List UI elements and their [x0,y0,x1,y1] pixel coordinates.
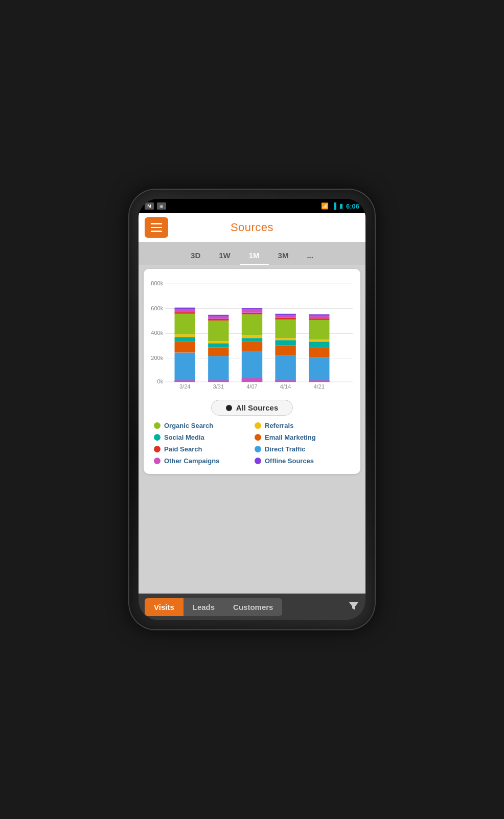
page-title: Sources [168,221,336,234]
time-tab-3m[interactable]: 3M [269,247,298,265]
legend-color-dot [255,446,261,452]
bottom-tab-bar: VisitsLeadsCustomers [139,594,365,620]
menu-line-2 [151,227,162,229]
phone-screen: M ▣ 📶 ▐ ▮ 6:06 Sources [139,199,365,620]
status-left-icons: M ▣ [145,202,166,210]
filter-button[interactable] [348,600,359,614]
svg-rect-58 [309,380,329,382]
legend-label: Other Campaigns [164,457,219,465]
svg-rect-35 [242,313,262,314]
image-icon: ▣ [157,202,166,210]
svg-rect-33 [242,335,262,338]
legend-item: Paid Search [154,445,249,453]
legend-color-dot [255,422,261,429]
legend-label: Email Marketing [265,434,316,441]
legend-item: Organic Search [154,422,249,429]
time-tab-1w[interactable]: 1W [210,247,240,265]
status-right-icons: 📶 ▐ ▮ 6:06 [321,202,359,210]
svg-rect-44 [275,320,295,338]
svg-text:3/24: 3/24 [179,383,191,390]
metric-tab-leads[interactable]: Leads [184,598,224,616]
time-tab-...[interactable]: ... [297,247,323,265]
svg-rect-51 [309,348,329,357]
legend-color-dot [154,458,161,464]
svg-rect-23 [208,341,228,343]
svg-text:600k: 600k [151,305,164,311]
legend-color-dot [154,422,161,429]
legend-label: Social Media [164,434,204,441]
svg-rect-13 [175,334,195,337]
svg-text:3/31: 3/31 [213,383,224,390]
svg-rect-18 [175,380,195,382]
legend-color-dot [154,434,161,441]
svg-rect-42 [275,340,295,345]
svg-text:400k: 400k [151,330,164,336]
wifi-icon: 📶 [321,202,329,210]
menu-line-3 [151,231,162,232]
metric-tab-customers[interactable]: Customers [224,598,282,616]
svg-rect-45 [275,318,295,320]
metric-tab-visits[interactable]: Visits [145,598,184,616]
svg-text:200k: 200k [151,355,164,361]
legend-item: Social Media [154,434,249,441]
svg-rect-36 [242,310,262,313]
svg-rect-52 [309,342,329,348]
svg-text:4/07: 4/07 [246,383,258,390]
legend-item: Direct Traffic [255,445,350,453]
status-time: 6:06 [346,202,359,210]
app-area: Sources 3D1W1M3M... 800k 600k 400k 200k … [139,213,365,594]
metric-tabs: VisitsLeadsCustomers [145,598,282,616]
legend-label: Offline Sources [265,457,314,465]
svg-rect-30 [242,351,262,382]
svg-rect-46 [275,315,295,318]
svg-rect-15 [175,312,195,314]
svg-rect-34 [242,314,262,335]
all-sources-label: All Sources [236,403,279,412]
svg-rect-12 [175,337,195,342]
chart-container: 800k 600k 400k 200k 0k [144,269,360,474]
svg-rect-54 [309,320,329,339]
signal-icon: ▐ [332,202,336,210]
svg-text:0k: 0k [157,378,164,384]
svg-rect-20 [208,356,228,382]
svg-rect-28 [208,380,228,382]
svg-rect-56 [309,316,329,318]
svg-rect-10 [175,352,195,382]
svg-rect-57 [309,314,329,316]
legend-label: Referrals [265,422,293,429]
menu-line-1 [151,223,162,224]
top-bar: Sources [139,213,365,242]
svg-rect-41 [275,345,295,355]
legend-color-dot [255,434,261,441]
svg-rect-24 [208,321,228,341]
time-tabs: 3D1W1M3M... [139,242,365,265]
status-bar: M ▣ 📶 ▐ ▮ 6:06 [139,199,365,213]
all-sources-button[interactable]: All Sources [211,400,293,416]
svg-rect-21 [208,347,228,356]
svg-text:4/14: 4/14 [280,383,291,390]
mail-icon: M [145,202,154,210]
svg-rect-26 [208,316,228,319]
svg-rect-38 [242,378,262,382]
battery-icon: ▮ [339,202,343,210]
svg-rect-55 [309,318,329,320]
svg-rect-53 [309,339,329,342]
bar-chart: 800k 600k 400k 200k 0k [149,275,355,394]
all-sources-dot [226,405,232,411]
legend-label: Organic Search [164,422,213,429]
legend-item: Other Campaigns [154,457,249,465]
time-tab-3d[interactable]: 3D [181,247,210,265]
menu-button[interactable] [145,217,168,238]
phone-device: M ▣ 📶 ▐ ▮ 6:06 Sources [129,190,375,629]
legend-item: Email Marketing [255,434,350,441]
chart-legend: Organic SearchReferralsSocial MediaEmail… [149,420,355,469]
legend-label: Direct Traffic [265,445,305,453]
svg-rect-11 [175,342,195,352]
legend-label: Paid Search [164,445,202,453]
time-tab-1m[interactable]: 1M [240,247,269,265]
legend-color-dot [154,446,161,452]
svg-rect-27 [208,315,228,316]
svg-rect-32 [242,338,262,342]
svg-rect-43 [275,338,295,340]
svg-rect-16 [175,309,195,312]
